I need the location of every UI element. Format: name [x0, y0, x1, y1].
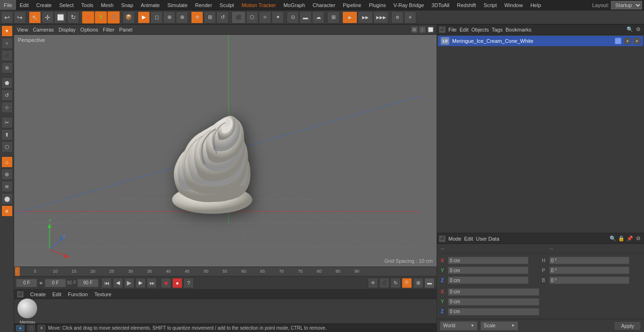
mat-menu-function[interactable]: Function [68, 292, 88, 297]
move-mode-button[interactable]: ✛ [41, 11, 54, 24]
pb-move-btn[interactable]: ✛ [368, 278, 378, 288]
move-tool-button[interactable]: ✛ [191, 11, 203, 24]
prev-frame-btn[interactable]: ◀ [113, 278, 123, 288]
scale-z-input[interactable] [448, 308, 539, 316]
status-icon-square[interactable]: □ [27, 325, 35, 332]
rotate-mode-button[interactable]: ↻ [67, 11, 79, 24]
side-rotate[interactable]: ↺ [1, 89, 13, 101]
scale-dropdown[interactable]: Scale ▼ [480, 321, 518, 331]
goto-start-btn[interactable]: ⏮ [101, 278, 112, 288]
apply-button[interactable]: Apply [614, 321, 641, 331]
status-icon-record[interactable]: ● [16, 325, 25, 332]
mat-menu-texture[interactable]: Texture [94, 292, 111, 297]
status-icon-close[interactable]: ✕ [38, 325, 45, 332]
menu-plugins[interactable]: Plugins [365, 0, 389, 10]
vp-menu-view[interactable]: View [17, 27, 28, 32]
side-extrude[interactable]: ⬆ [1, 129, 13, 140]
floor-btn[interactable]: ▬ [299, 11, 312, 24]
menu-mesh[interactable]: Mesh [97, 0, 117, 10]
vp-menu-panel[interactable]: Panel [119, 27, 132, 32]
menu-mograph[interactable]: MoGraph [280, 0, 309, 10]
pb-filmstrip-btn[interactable]: ▬ [424, 278, 435, 288]
next-frame-btn[interactable]: ▶ [135, 278, 146, 288]
menu-motion-tracker[interactable]: Motion Tracker [238, 0, 280, 10]
play-btn[interactable]: ▶ [124, 278, 134, 288]
object-color-tag[interactable] [615, 38, 621, 44]
menu-script[interactable]: Script [480, 0, 501, 10]
menu-edit[interactable]: Edit [16, 0, 33, 10]
scale-x-input[interactable] [448, 288, 539, 296]
loop-select-button[interactable]: ⊗ [163, 11, 175, 24]
layout-dropdown[interactable]: Startup [611, 1, 642, 9]
side-poly-mode[interactable]: ⬛ [1, 50, 13, 61]
menu-render[interactable]: Render [191, 0, 216, 10]
menu-help[interactable]: Help [527, 0, 545, 10]
start-frame-input[interactable] [45, 279, 66, 287]
vertex-btn[interactable]: ✦ [272, 11, 284, 24]
menu-pipeline[interactable]: Pipeline [339, 0, 365, 10]
z-axis-button[interactable]: Z [107, 11, 120, 24]
mat-panel-toggle[interactable]: ⬛ [17, 291, 24, 298]
mat-menu-edit[interactable]: Edit [52, 292, 61, 297]
viewport-canvas[interactable]: X Y Z Perspective [14, 35, 437, 267]
component-btn[interactable]: ⬡ [246, 11, 258, 24]
side-bevel[interactable]: ⬡ [1, 141, 13, 153]
vp-menu-options[interactable]: Options [80, 27, 98, 32]
menu-window[interactable]: Window [501, 0, 527, 10]
rot-p-input[interactable] [549, 267, 630, 274]
end-frame-input[interactable] [77, 279, 99, 287]
vp-menu-filter[interactable]: Filter [103, 27, 114, 32]
redo-button[interactable]: ↪ [14, 11, 26, 24]
menu-tools[interactable]: Tools [77, 0, 97, 10]
world-dropdown[interactable]: World ▼ [440, 321, 478, 331]
goto-end-btn[interactable]: ⏭ [147, 278, 157, 288]
null-btn[interactable]: ⊙ [287, 11, 299, 24]
side-scale[interactable]: ⊹ [1, 102, 13, 113]
playback-help-btn[interactable]: ? [183, 278, 194, 288]
side-brush[interactable]: ⊛ [1, 169, 13, 180]
object-mode-btn[interactable]: ⬛ [231, 11, 246, 24]
object-coord-button[interactable]: 📦 [123, 11, 135, 24]
attr-settings-btn[interactable]: ⚙ [635, 235, 642, 243]
attr-search-btn[interactable]: 🔍 [609, 235, 617, 243]
objects-list[interactable]: L0 Meringue_Ice_Cream_Cone_White ● ● [437, 35, 644, 233]
scale-mode-button[interactable]: ⬜ [54, 11, 66, 24]
vp-ctrl-3[interactable]: ⬜ [427, 26, 434, 33]
obj-settings-btn[interactable]: ⚙ [635, 26, 642, 33]
render-settings-btn[interactable]: ☀ [404, 11, 416, 24]
scale-tool-button[interactable]: ⊞ [204, 11, 216, 24]
menu-animate[interactable]: Animate [137, 0, 164, 10]
frame-spinner-up[interactable]: ▲ [38, 281, 44, 285]
side-point-mode[interactable]: ▼ [1, 25, 13, 37]
viewport-options-btn[interactable]: ⚙ [391, 11, 404, 24]
snap-btn[interactable]: ⊞ [327, 11, 339, 24]
side-edge-mode[interactable]: ⌗ [1, 38, 13, 49]
attr-pin-btn[interactable]: 📌 [626, 235, 634, 243]
render-region-btn[interactable]: ▶ [342, 11, 357, 24]
pb-rot-btn[interactable]: ↻ [390, 278, 401, 288]
side-hair[interactable]: ≡ [1, 205, 13, 217]
obj-menu-objects[interactable]: Objects [471, 27, 489, 32]
menu-vray[interactable]: V-Ray Bridge [390, 0, 428, 10]
object-item-meringue[interactable]: L0 Meringue_Ice_Cream_Cone_White ● ● [438, 36, 643, 46]
pos-z-input[interactable] [448, 276, 528, 284]
y-axis-button[interactable]: Y [95, 11, 107, 24]
obj-menu-edit[interactable]: Edit [460, 27, 469, 32]
menu-snap[interactable]: Snap [117, 0, 137, 10]
rot-b-input[interactable] [549, 276, 630, 284]
side-move[interactable]: ⬟ [1, 77, 13, 89]
pb-sel-btn[interactable]: ⬛ [379, 278, 389, 288]
viewport[interactable]: View Cameras Display Options Filter Pane… [14, 24, 437, 267]
side-smooth[interactable]: ≋ [1, 181, 13, 192]
vp-ctrl-1[interactable]: ⊞ [411, 26, 418, 33]
live-select-button[interactable]: ▶ [138, 11, 150, 24]
obj-menu-file[interactable]: File [448, 27, 457, 32]
object-visibility[interactable]: ● [624, 38, 631, 44]
current-frame-input[interactable] [16, 279, 37, 287]
timeline-ruler[interactable]: 0 5 10 15 20 25 30 35 40 45 50 55 60 65 … [14, 267, 437, 276]
x-axis-button[interactable]: X [82, 11, 94, 24]
side-uv-mode[interactable]: ⊞ [1, 62, 13, 73]
pos-x-input[interactable] [448, 257, 528, 264]
rot-h-input[interactable] [549, 257, 630, 264]
pb-pos-btn[interactable]: P [402, 278, 412, 288]
